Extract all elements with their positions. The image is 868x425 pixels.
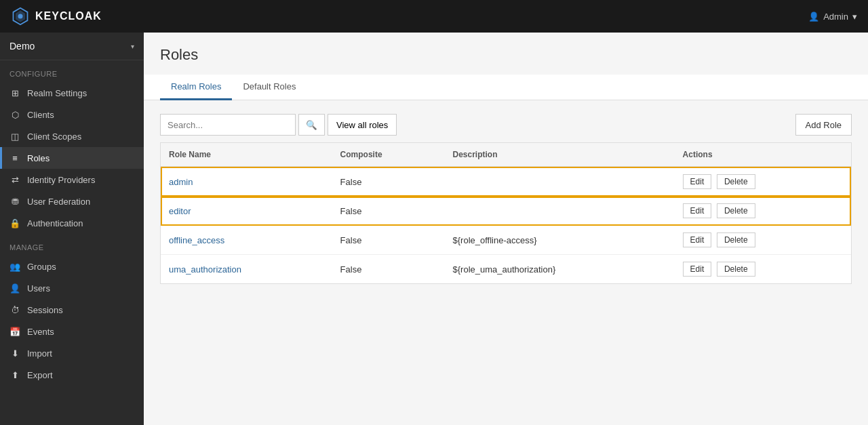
cell-description: ${role_uma_authorization} — [445, 255, 675, 284]
tabs: Realm Roles Default Roles — [144, 75, 868, 100]
sidebar-item-label: Users — [27, 283, 50, 294]
sidebar-item-label: Client Scopes — [27, 131, 81, 142]
sidebar-item-clients[interactable]: ⬡ Clients — [0, 104, 144, 125]
sidebar-item-groups[interactable]: 👥 Groups — [0, 256, 144, 277]
search-button[interactable]: 🔍 — [298, 114, 325, 136]
sidebar-item-roles[interactable]: ≡ Roles — [0, 147, 144, 169]
page-title: Roles — [160, 46, 852, 64]
view-all-roles-button[interactable]: View all roles — [328, 114, 397, 136]
clock-icon: ⏱ — [9, 304, 20, 315]
table-row: editor False Edit Delete — [161, 197, 851, 226]
cell-description — [445, 197, 675, 226]
sidebar-item-label: Export — [27, 370, 53, 380]
sidebar-item-label: Groups — [27, 262, 56, 272]
sidebar-item-label: Events — [27, 327, 54, 337]
lock-icon: 🔒 — [9, 218, 20, 228]
search-icon: 🔍 — [306, 120, 317, 130]
table-header-row: Role Name Composite Description Actions — [161, 143, 851, 167]
sidebar-item-label: Authentication — [27, 218, 83, 228]
edit-button[interactable]: Edit — [683, 262, 712, 277]
svg-point-2 — [18, 14, 23, 19]
cell-actions: Edit Delete — [675, 226, 851, 255]
sidebar-item-label: User Federation — [27, 197, 90, 207]
plug-icon: ⬡ — [9, 109, 20, 120]
cell-composite: False — [332, 226, 445, 255]
logo: KEYCLOAK — [11, 7, 102, 26]
table-row: uma_authorization False ${role_uma_autho… — [161, 255, 851, 284]
manage-section-label: Manage — [0, 234, 144, 256]
edit-button[interactable]: Edit — [683, 174, 712, 189]
tab-realm-roles[interactable]: Realm Roles — [160, 75, 232, 100]
tab-default-roles[interactable]: Default Roles — [232, 75, 307, 100]
cell-description — [445, 167, 675, 197]
sidebar-item-label: Realm Settings — [27, 88, 87, 98]
table-row: offline_access False ${role_offline-acce… — [161, 226, 851, 255]
user-icon: 👤 — [808, 12, 819, 22]
toolbar-right: Add Role — [795, 114, 852, 136]
cell-role-name: uma_authorization — [161, 255, 332, 284]
realm-selector[interactable]: Demo ▾ — [0, 33, 144, 60]
delete-button[interactable]: Delete — [717, 232, 755, 247]
logo-text: KEYCLOAK — [35, 10, 102, 22]
table-row: admin False Edit Delete — [161, 167, 851, 197]
cell-role-name: editor — [161, 197, 332, 226]
sidebar: Demo ▾ Configure ⊞ Realm Settings ⬡ Clie… — [0, 33, 144, 425]
edit-button[interactable]: Edit — [683, 203, 712, 218]
users-icon: 👥 — [9, 261, 20, 272]
cell-role-name: admin — [161, 167, 332, 197]
user-chevron-icon: ▾ — [852, 12, 857, 22]
grid-icon: ⊞ — [9, 87, 20, 98]
delete-button[interactable]: Delete — [717, 174, 755, 189]
role-link[interactable]: editor — [169, 206, 191, 216]
keycloak-logo-icon — [11, 7, 30, 26]
user-menu[interactable]: 👤 Admin ▾ — [808, 12, 857, 22]
cell-composite: False — [332, 197, 445, 226]
database-icon: ⛃ — [9, 196, 20, 207]
cell-composite: False — [332, 167, 445, 197]
sidebar-item-authentication[interactable]: 🔒 Authentication — [0, 212, 144, 234]
role-link[interactable]: offline_access — [169, 235, 224, 245]
role-link[interactable]: uma_authorization — [169, 264, 241, 275]
search-input[interactable] — [160, 114, 296, 136]
sidebar-item-client-scopes[interactable]: ◫ Client Scopes — [0, 125, 144, 147]
calendar-icon: 📅 — [9, 326, 20, 337]
layers-icon: ◫ — [9, 131, 20, 142]
sidebar-item-realm-settings[interactable]: ⊞ Realm Settings — [0, 82, 144, 104]
main-content: Roles Realm Roles Default Roles 🔍 View a… — [144, 33, 868, 425]
sidebar-item-import[interactable]: ⬇ Import — [0, 342, 144, 364]
col-description: Description — [445, 143, 675, 167]
user-label: Admin — [823, 12, 848, 22]
share-icon: ⇄ — [9, 174, 20, 185]
sidebar-item-events[interactable]: 📅 Events — [0, 321, 144, 342]
user-icon: 👤 — [9, 283, 20, 294]
roles-table: Role Name Composite Description Actions … — [160, 142, 852, 284]
role-link[interactable]: admin — [169, 177, 193, 187]
sidebar-item-sessions[interactable]: ⏱ Sessions — [0, 299, 144, 321]
realm-name: Demo — [9, 41, 35, 52]
cell-actions: Edit Delete — [675, 197, 851, 226]
delete-button[interactable]: Delete — [717, 203, 755, 218]
roles-table-element: Role Name Composite Description Actions … — [161, 143, 851, 283]
import-icon: ⬇ — [9, 348, 20, 359]
delete-button[interactable]: Delete — [717, 262, 755, 277]
cell-actions: Edit Delete — [675, 255, 851, 284]
topbar: KEYCLOAK 👤 Admin ▾ — [0, 0, 868, 33]
toolbar: 🔍 View all roles Add Role — [160, 114, 852, 136]
col-actions: Actions — [675, 143, 851, 167]
cell-role-name: offline_access — [161, 226, 332, 255]
sidebar-item-export[interactable]: ⬆ Export — [0, 364, 144, 386]
layout: Demo ▾ Configure ⊞ Realm Settings ⬡ Clie… — [0, 33, 868, 425]
sidebar-item-label: Roles — [27, 153, 50, 163]
list-icon: ≡ — [9, 153, 20, 163]
toolbar-left: 🔍 View all roles — [160, 114, 397, 136]
sidebar-item-user-federation[interactable]: ⛃ User Federation — [0, 190, 144, 212]
cell-description: ${role_offline-access} — [445, 226, 675, 255]
configure-section-label: Configure — [0, 60, 144, 82]
add-role-button[interactable]: Add Role — [795, 114, 852, 136]
col-role-name: Role Name — [161, 143, 332, 167]
col-composite: Composite — [332, 143, 445, 167]
sidebar-item-identity-providers[interactable]: ⇄ Identity Providers — [0, 169, 144, 190]
sidebar-item-users[interactable]: 👤 Users — [0, 277, 144, 299]
sidebar-item-label: Identity Providers — [27, 175, 95, 185]
edit-button[interactable]: Edit — [683, 232, 712, 247]
